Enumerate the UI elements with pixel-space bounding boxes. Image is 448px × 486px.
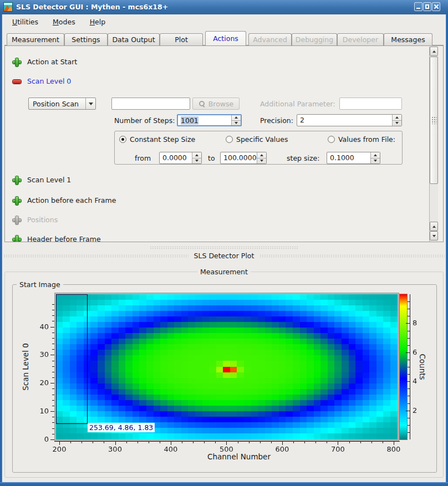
colorbar-minor-tick: [408, 338, 410, 339]
y-minor-tick: [52, 406, 54, 406]
tab-measurement[interactable]: Measurement: [7, 33, 64, 45]
vertical-scrollbar[interactable]: [429, 47, 438, 242]
window-border-left: [0, 14, 2, 486]
x-minor-tick: [349, 441, 350, 443]
magnifier-icon: [198, 100, 206, 108]
precision-spinbox[interactable]: 2: [297, 114, 402, 126]
maximize-icon: [425, 4, 429, 9]
position-tracker-label: 253.69, 4.86, 1.83: [88, 423, 155, 432]
tab-settings[interactable]: Settings: [64, 33, 108, 45]
to-spinbox[interactable]: 100.0000: [220, 152, 267, 164]
menu-modes[interactable]: Modes: [47, 16, 81, 28]
spin-down-button[interactable]: [393, 120, 401, 126]
colorbar-minor-tick: [408, 396, 410, 396]
scrollbar-thumb[interactable]: [430, 57, 438, 184]
x-tick-label: 800: [383, 445, 405, 454]
plot-dock-title[interactable]: SLS Detector Plot: [189, 252, 259, 260]
tab-plot[interactable]: Plot: [160, 33, 203, 45]
spin-up-button[interactable]: [192, 152, 201, 158]
colorbar-major-tick: [406, 323, 410, 324]
spin-down-button[interactable]: [371, 158, 380, 164]
y-minor-tick: [52, 395, 54, 395]
expand-plus-icon[interactable]: [13, 176, 21, 185]
spin-down-button[interactable]: [232, 120, 241, 126]
spin-up-button[interactable]: [371, 152, 380, 158]
colorbar-minor-tick: [408, 425, 410, 426]
radio-specific-values[interactable]: Specific Values: [226, 135, 288, 144]
colorbar-minor-tick: [408, 316, 410, 316]
spin-up-button[interactable]: [393, 115, 401, 120]
x-major-tick: [226, 441, 227, 445]
spin-up-button[interactable]: [232, 115, 241, 120]
menu-utilities[interactable]: Utilities: [7, 16, 44, 28]
scan-script-input[interactable]: [111, 98, 190, 110]
colorbar-minor-tick: [408, 432, 410, 433]
close-button[interactable]: [432, 2, 440, 11]
menu-help[interactable]: Help: [84, 16, 111, 28]
radio-constant-step-size[interactable]: Constant Step Size: [119, 135, 195, 144]
radio-values-from-file[interactable]: Values from File:: [328, 135, 395, 144]
action-at-start-label[interactable]: Action at Start: [27, 58, 77, 66]
colorbar-title: Counts: [418, 354, 427, 380]
y-minor-tick: [52, 344, 54, 344]
scroll-up-button[interactable]: [430, 47, 438, 56]
expand-plus-icon[interactable]: [13, 58, 21, 66]
collapse-minus-icon[interactable]: [13, 78, 21, 86]
maximize-button[interactable]: [423, 2, 431, 11]
tab-developer[interactable]: Developer: [337, 33, 384, 45]
scan-mode-select[interactable]: Position Scan: [28, 98, 96, 110]
expand-plus-icon[interactable]: [13, 197, 21, 205]
minimize-button[interactable]: [414, 2, 422, 11]
x-minor-tick: [93, 441, 93, 443]
spin-buttons: [392, 115, 401, 126]
tab-data-output[interactable]: Data Output: [108, 33, 160, 45]
number-of-steps-spinbox[interactable]: 1001: [177, 114, 242, 126]
x-major-tick: [59, 441, 60, 445]
x-minor-tick: [315, 441, 316, 443]
y-major-tick: [50, 383, 54, 383]
spin-down-button[interactable]: [257, 158, 266, 164]
scan-level-1-label[interactable]: Scan Level 1: [27, 176, 71, 184]
action-before-frame-label[interactable]: Action before each Frame: [27, 196, 116, 204]
spin-up-button[interactable]: [257, 152, 266, 158]
y-major-tick: [50, 439, 54, 440]
x-major-tick: [338, 441, 338, 445]
colorbar-minor-tick: [408, 388, 410, 389]
window-border-bottom: [0, 482, 448, 486]
spin-down-button[interactable]: [192, 158, 201, 164]
scroll-down-button[interactable]: [430, 231, 438, 241]
header-before-frame-label[interactable]: Header before Frame: [27, 235, 101, 242]
expand-plus-icon[interactable]: [13, 236, 21, 242]
y-minor-tick: [52, 417, 54, 417]
x-tick-label: 500: [215, 445, 237, 454]
from-spinbox[interactable]: 0.0000: [159, 152, 202, 164]
colorbar-tick-label: 2: [413, 406, 427, 415]
colorbar-minor-tick: [408, 418, 410, 418]
scroll-up-button-bottom[interactable]: [430, 222, 438, 231]
y-major-tick: [50, 411, 54, 412]
precision-value: 2: [297, 115, 392, 126]
x-minor-tick: [271, 441, 272, 443]
window-title: SLS Detector GUI : Mythen - mcs6x18+: [16, 3, 168, 11]
splitter-handle[interactable]: [150, 246, 298, 250]
tab-advanced[interactable]: Advanced: [248, 33, 292, 45]
x-minor-tick: [293, 441, 294, 443]
x-major-tick: [282, 441, 283, 445]
additional-parameter-label: Additional Parameter:: [260, 100, 335, 108]
combo-arrow-section: [85, 98, 95, 109]
y-minor-tick: [52, 310, 54, 310]
tab-debugging[interactable]: Debugging: [292, 33, 337, 45]
colorbar-minor-tick: [408, 301, 410, 302]
titlebar[interactable]: SLS Detector GUI : Mythen - mcs6x18+: [0, 0, 448, 14]
from-value: 0.0000: [160, 152, 192, 163]
colorbar-tick-label: 8: [413, 319, 427, 328]
tab-actions[interactable]: Actions: [205, 31, 246, 45]
spin-buttons: [192, 152, 201, 163]
scan-level-0-label[interactable]: Scan Level 0: [27, 77, 71, 85]
heatmap-canvas[interactable]: [56, 294, 398, 439]
tab-messages[interactable]: Messages: [384, 33, 432, 45]
step-size-spinbox[interactable]: 0.1000: [327, 152, 380, 164]
app-icon: [3, 2, 13, 12]
plot-canvas-frame: [55, 293, 399, 441]
y-tick-label: 30: [28, 350, 49, 359]
